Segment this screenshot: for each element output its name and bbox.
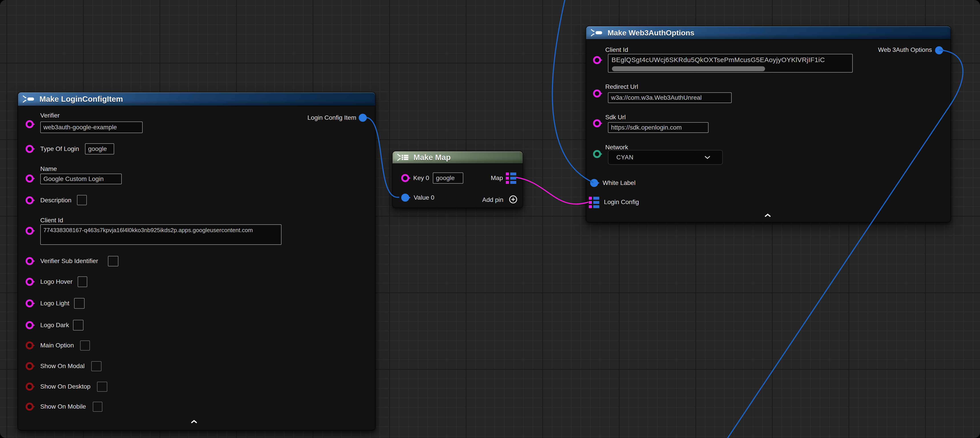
pin-verifier[interactable] [25, 120, 33, 128]
pin-network[interactable] [593, 150, 601, 158]
pin-sdk-url[interactable] [593, 119, 601, 127]
description-input[interactable] [77, 195, 87, 205]
key-0-input[interactable]: google [433, 172, 463, 184]
sdk-url-input[interactable]: https://sdk.openlogin.com [608, 122, 708, 133]
pin-label-verifier: Verifier [40, 112, 60, 119]
pin-white-label[interactable] [590, 179, 598, 187]
pin-label-show-on-desktop: Show On Desktop [40, 383, 91, 390]
pin-login-config-item-output[interactable] [359, 114, 367, 122]
blueprint-graph-canvas[interactable]: Make LoginConfigItem Login Config Item V… [0, 0, 980, 438]
pin-label-show-on-modal: Show On Modal [40, 363, 84, 370]
pin-logo-light[interactable] [25, 299, 33, 307]
pin-label-sdk-url: Sdk Url [605, 114, 626, 121]
pin-label-verifier-sub-identifier: Verifier Sub Identifier [40, 258, 98, 264]
pin-label-map-output: Map [491, 175, 503, 182]
node-make-map[interactable]: Make Map Key 0 google Map Value 0 Add pi… [392, 151, 523, 208]
make-map-icon [397, 153, 409, 162]
pin-verifier-sub-identifier[interactable] [25, 257, 33, 265]
pin-label-client-id: Client Id [605, 46, 628, 53]
collapse-node-button[interactable] [764, 213, 771, 218]
pin-show-on-modal[interactable] [25, 362, 33, 370]
pin-logo-dark[interactable] [25, 321, 33, 329]
pin-web3auth-options-output[interactable] [935, 46, 943, 54]
pin-value-0[interactable] [401, 194, 409, 202]
pin-client-id[interactable] [593, 56, 601, 64]
chevron-down-icon [704, 155, 711, 159]
verifier-input[interactable]: web3auth-google-example [40, 121, 143, 133]
logo-dark-input[interactable] [73, 320, 83, 331]
pin-label-main-option: Main Option [40, 342, 74, 349]
pin-login-config[interactable] [589, 197, 599, 208]
node-make-loginconfigitem[interactable]: Make LoginConfigItem Login Config Item V… [18, 92, 375, 430]
pin-map-output[interactable] [506, 172, 516, 184]
pin-label-value-0: Value 0 [414, 194, 434, 201]
name-input[interactable]: Google Custom Login [40, 174, 122, 184]
pin-name[interactable] [25, 175, 33, 183]
pin-show-on-mobile[interactable] [25, 403, 33, 411]
pin-description[interactable] [25, 196, 33, 204]
add-pin-button[interactable] [509, 195, 518, 205]
pin-label-show-on-mobile: Show On Mobile [40, 403, 86, 410]
node-title: Make Web3AuthOptions [608, 29, 694, 37]
pin-label-logo-hover: Logo Hover [40, 278, 73, 285]
add-pin-label: Add pin [482, 196, 503, 204]
logo-hover-input[interactable] [78, 276, 87, 287]
node-header-make-loginconfigitem[interactable]: Make LoginConfigItem [18, 92, 375, 106]
pin-show-on-desktop[interactable] [25, 382, 33, 390]
client-id-input[interactable]: 774338308167-q463s7kpvja16l4l0kko3nb925i… [40, 225, 282, 245]
client-id-text: BEglQSgt4cUWcj6SKRdu5QkOXTsePmMcusG5EAoy… [611, 56, 825, 64]
pin-key-0[interactable] [401, 174, 409, 182]
pin-label-redirect-url: Redirect Url [605, 83, 638, 90]
verifier-sub-identifier-input[interactable] [108, 256, 118, 266]
node-header-make-map[interactable]: Make Map [392, 151, 523, 164]
redirect-url-input[interactable]: w3a://com.w3a.Web3AuthUnreal [608, 92, 732, 103]
make-struct-icon [22, 95, 35, 103]
pin-type-of-login[interactable] [25, 145, 33, 153]
pin-client-id[interactable] [25, 227, 33, 235]
collapse-node-button[interactable] [191, 420, 197, 424]
output-label-web3auth-options: Web 3Auth Options [878, 46, 932, 53]
blueprint-editor-screenshot: Make LoginConfigItem Login Config Item V… [0, 0, 980, 438]
pin-label-login-config: Login Config [604, 199, 639, 205]
main-option-checkbox[interactable] [80, 341, 90, 350]
type-of-login-input[interactable]: google [85, 143, 114, 154]
make-struct-icon [590, 29, 603, 37]
client-id-input[interactable]: BEglQSgt4cUWcj6SKRdu5QkOXTsePmMcusG5EAoy… [608, 54, 853, 73]
pin-label-white-label: White Label [603, 179, 636, 186]
show-on-desktop-checkbox[interactable] [97, 382, 107, 392]
pin-logo-hover[interactable] [25, 278, 33, 286]
pin-label-key-0: Key 0 [413, 175, 429, 182]
network-selected-value: CYAN [616, 154, 633, 161]
node-title: Make LoginConfigItem [40, 95, 123, 104]
node-make-web3authoptions[interactable]: Make Web3AuthOptions Web 3Auth Options C… [586, 26, 951, 223]
node-header-make-web3authoptions[interactable]: Make Web3AuthOptions [586, 26, 951, 40]
node-title: Make Map [414, 153, 450, 162]
pin-redirect-url[interactable] [593, 89, 601, 97]
network-dropdown[interactable]: CYAN [608, 150, 723, 165]
logo-light-input[interactable] [74, 298, 84, 309]
wire-map-to-login-config [516, 177, 589, 204]
chevron-up-icon [191, 420, 197, 424]
pin-label-name: Name [40, 166, 57, 172]
horizontal-scrollbar[interactable] [612, 66, 765, 71]
plus-circle-icon [509, 195, 518, 204]
pin-label-logo-dark: Logo Dark [40, 322, 69, 329]
pin-label-logo-light: Logo Light [40, 300, 69, 307]
pin-label-client-id: Client Id [40, 217, 63, 224]
show-on-modal-checkbox[interactable] [91, 361, 102, 371]
pin-label-description: Description [40, 197, 72, 204]
chevron-up-icon [764, 213, 771, 217]
pin-main-option[interactable] [25, 341, 33, 349]
show-on-mobile-checkbox[interactable] [93, 402, 102, 412]
output-label-login-config-item: Login Config Item [307, 114, 356, 121]
pin-label-type-of-login: Type Of Login [40, 145, 79, 153]
